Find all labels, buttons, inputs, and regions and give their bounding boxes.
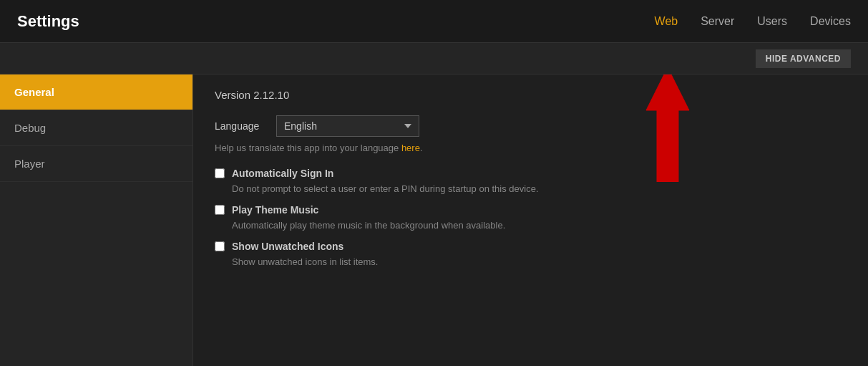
sidebar-item-debug[interactable]: Debug bbox=[0, 110, 192, 146]
nav-users[interactable]: Users bbox=[757, 15, 787, 28]
language-select[interactable]: English French German Spanish bbox=[276, 115, 419, 137]
show-unwatched-row: Show Unwatched Icons bbox=[215, 241, 847, 252]
page-title: Settings bbox=[17, 12, 79, 31]
auto-sign-in-label: Automatically Sign In bbox=[232, 168, 333, 179]
version-text: Version 2.12.10 bbox=[215, 89, 847, 101]
sidebar: General Debug Player bbox=[0, 74, 193, 366]
show-unwatched-desc: Show unwatched icons in list items. bbox=[232, 256, 847, 267]
sidebar-item-player[interactable]: Player bbox=[0, 146, 192, 182]
language-label: Language bbox=[215, 120, 265, 132]
content-area: Version 2.12.10 Language English French … bbox=[193, 74, 868, 366]
auto-sign-in-desc: Do not prompt to select a user or enter … bbox=[232, 183, 847, 194]
toolbar: HIDE ADVANCED bbox=[0, 43, 868, 74]
header: Settings Web Server Users Devices bbox=[0, 0, 868, 43]
auto-sign-in-checkbox[interactable] bbox=[215, 168, 225, 178]
auto-sign-in-row: Automatically Sign In bbox=[215, 168, 847, 179]
language-row: Language English French German Spanish bbox=[215, 115, 847, 137]
help-link[interactable]: here bbox=[401, 143, 420, 153]
play-theme-label: Play Theme Music bbox=[232, 204, 318, 216]
header-nav: Web Server Users Devices bbox=[655, 15, 851, 28]
help-text: Help us translate this app into your lan… bbox=[215, 143, 847, 153]
nav-web[interactable]: Web bbox=[655, 15, 678, 28]
nav-devices[interactable]: Devices bbox=[810, 15, 851, 28]
show-unwatched-checkbox[interactable] bbox=[215, 241, 225, 251]
play-theme-desc: Automatically play theme music in the ba… bbox=[232, 220, 847, 231]
hide-advanced-button[interactable]: HIDE ADVANCED bbox=[756, 49, 851, 68]
nav-server[interactable]: Server bbox=[701, 15, 734, 28]
sidebar-item-general[interactable]: General bbox=[0, 74, 192, 110]
play-theme-checkbox[interactable] bbox=[215, 205, 225, 215]
play-theme-row: Play Theme Music bbox=[215, 204, 847, 216]
main-layout: General Debug Player Version 2.12.10 Lan… bbox=[0, 74, 868, 366]
show-unwatched-label: Show Unwatched Icons bbox=[232, 241, 343, 252]
